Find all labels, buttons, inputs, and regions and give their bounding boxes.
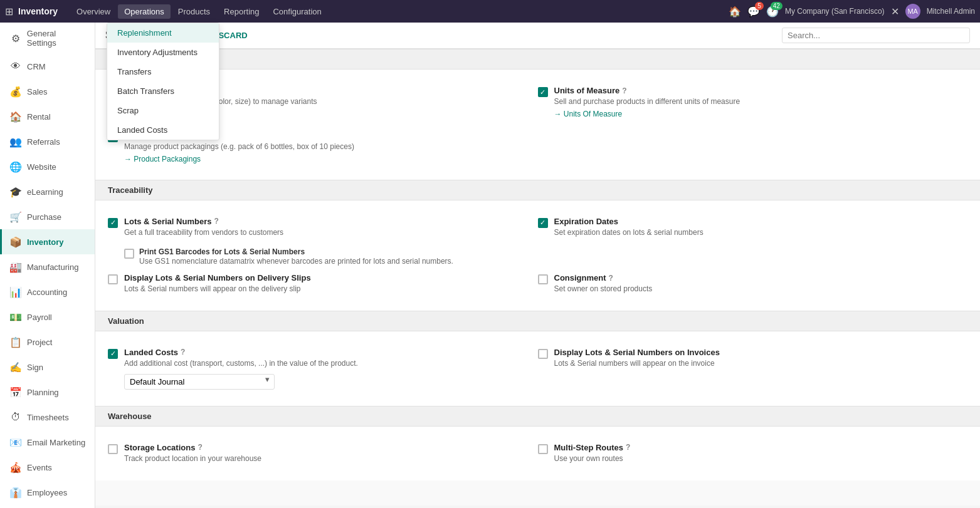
operations-dropdown: Replenishment Inventory Adjustments Tran… <box>107 23 219 140</box>
website-icon: 🌐 <box>9 160 22 173</box>
sidebar-item-timesheets[interactable]: ⏱ Timesheets <box>0 405 95 430</box>
gear-icon: ⚙ <box>9 32 22 44</box>
consignment-help-icon[interactable]: ? <box>609 274 613 283</box>
lots-serial-checkbox[interactable] <box>108 218 118 228</box>
sidebar-item-rental[interactable]: 🏠 Rental <box>0 104 95 129</box>
setting-lots-invoices: Display Lots & Serial Numbers on Invoice… <box>538 341 968 375</box>
lots-delivery-text: Display Lots & Serial Numbers on Deliver… <box>124 273 311 294</box>
nav-products[interactable]: Products <box>172 4 216 19</box>
warehouse-section: Storage Locations ? Track product locati… <box>95 427 980 480</box>
referrals-icon: 👥 <box>9 135 22 148</box>
events-icon: 🎪 <box>9 461 22 474</box>
consignment-label: Consignment <box>554 273 606 283</box>
lots-delivery-checkbox[interactable] <box>108 274 118 284</box>
home-icon[interactable]: 🏠 <box>729 6 741 18</box>
lots-delivery-desc: Lots & Serial numbers will appear on the… <box>124 284 311 294</box>
sidebar-item-accounting[interactable]: 📊 Accounting <box>0 279 95 304</box>
sidebar-item-purchase[interactable]: 🛒 Purchase <box>0 204 95 229</box>
multi-step-routes-help-icon[interactable]: ? <box>626 443 630 452</box>
email-marketing-icon: 📧 <box>9 436 22 448</box>
username[interactable]: Mitchell Admin <box>927 7 975 16</box>
sidebar-item-employees[interactable]: 👔 Employees <box>0 480 95 505</box>
activities-icon[interactable]: 🕐 42 <box>766 6 779 18</box>
setting-product-packagings: Product Packagings ? Manage product pack… <box>108 125 967 170</box>
dropdown-item-transfers[interactable]: Transfers <box>107 62 219 81</box>
sidebar-item-elearning[interactable]: 🎓 eLearning <box>0 179 95 204</box>
setting-lots-delivery: Display Lots & Serial Numbers on Deliver… <box>108 267 538 301</box>
company-name[interactable]: My Company (San Francisco) <box>785 7 885 16</box>
storage-locations-label: Storage Locations <box>124 443 195 452</box>
landed-costs-help-icon[interactable]: ? <box>181 348 185 356</box>
sidebar-item-planning[interactable]: 📅 Planning <box>0 380 95 405</box>
multi-step-routes-desc: Use your own routes <box>554 454 631 464</box>
setting-units-of-measure: Units of Measure ? Sell and purchase pro… <box>538 80 968 125</box>
print-gs1-label: Print GS1 Barcodes for Lots & Serial Num… <box>139 247 453 256</box>
print-gs1-text: Print GS1 Barcodes for Lots & Serial Num… <box>139 247 453 267</box>
avatar[interactable]: MA <box>905 4 920 19</box>
units-of-measure-text: Units of Measure ? Sell and purchase pro… <box>554 86 740 118</box>
landed-costs-desc: Add additional cost (transport, customs,… <box>124 358 358 369</box>
landed-costs-checkbox[interactable] <box>108 349 118 359</box>
nav-operations[interactable]: Operations <box>118 4 171 19</box>
expiration-dates-checkbox[interactable] <box>538 218 548 228</box>
project-icon: 📋 <box>9 336 22 348</box>
close-icon[interactable]: ✕ <box>891 6 899 18</box>
sidebar-item-website[interactable]: 🌐 Website <box>0 154 95 179</box>
nav-menu: Overview Operations Products Reporting C… <box>70 4 729 19</box>
dropdown-item-batch-transfers[interactable]: Batch Transfers <box>107 81 219 101</box>
apps-icon[interactable]: ⊞ <box>5 6 13 18</box>
nav-overview[interactable]: Overview <box>70 4 117 19</box>
messages-icon[interactable]: 💬 5 <box>747 6 760 18</box>
consignment-checkbox[interactable] <box>538 274 548 284</box>
lots-invoices-label: Display Lots & Serial Numbers on Invoice… <box>554 348 720 357</box>
lots-serial-desc: Get a full traceability from vendors to … <box>124 227 283 238</box>
default-journal-select[interactable]: Default Journal <box>124 374 275 390</box>
section-header-warehouse: Warehouse <box>95 406 980 427</box>
elearning-icon: 🎓 <box>9 185 22 198</box>
sign-icon: ✍ <box>9 361 22 373</box>
multi-step-routes-checkbox[interactable] <box>538 444 548 454</box>
units-of-measure-link[interactable]: Units Of Measure <box>554 110 623 118</box>
lots-serial-help-icon[interactable]: ? <box>214 217 218 225</box>
lots-serial-label: Lots & Serial Numbers <box>124 217 211 226</box>
sidebar-item-referrals[interactable]: 👥 Referrals <box>0 129 95 154</box>
nav-configuration[interactable]: Configuration <box>266 4 327 19</box>
sidebar-item-sales[interactable]: 💰 Sales <box>0 79 95 104</box>
sidebar-item-sign[interactable]: ✍ Sign <box>0 355 95 380</box>
purchase-icon: 🛒 <box>9 210 22 223</box>
print-gs1-checkbox[interactable] <box>124 249 134 259</box>
search-input[interactable] <box>782 28 970 43</box>
sidebar-item-email-marketing[interactable]: 📧 Email Marketing <box>0 430 95 455</box>
setting-expiration-dates: Expiration Dates Set expiration dates on… <box>538 210 968 244</box>
sidebar-item-appraisal[interactable]: ⭐ Appraisal <box>0 505 95 508</box>
product-packagings-link[interactable]: Product Packagings <box>124 155 201 163</box>
storage-locations-checkbox[interactable] <box>108 444 118 454</box>
sidebar-item-manufacturing[interactable]: 🏭 Manufacturing <box>0 254 95 279</box>
nav-reporting[interactable]: Reporting <box>218 4 265 19</box>
employees-icon: 👔 <box>9 486 22 499</box>
dropdown-item-replenishment[interactable]: Replenishment <box>107 23 219 43</box>
lots-invoices-checkbox[interactable] <box>538 349 548 359</box>
crm-icon: 👁 <box>9 60 22 73</box>
journal-select-wrapper: Default Journal <box>124 369 275 390</box>
consignment-text: Consignment ? Set owner on stored produc… <box>554 273 653 294</box>
sidebar-item-project[interactable]: 📋 Project <box>0 329 95 355</box>
sidebar-item-inventory[interactable]: 📦 Inventory <box>0 229 95 254</box>
sub-setting-print-gs1: Print GS1 Barcodes for Lots & Serial Num… <box>108 244 538 267</box>
dropdown-item-scrap[interactable]: Scrap <box>107 101 219 120</box>
units-of-measure-help-icon[interactable]: ? <box>622 86 626 95</box>
sidebar-item-events[interactable]: 🎪 Events <box>0 455 95 480</box>
messages-badge: 5 <box>755 2 764 10</box>
units-of-measure-checkbox[interactable] <box>538 87 548 97</box>
sidebar-item-general-settings[interactable]: ⚙ General Settings <box>0 23 95 54</box>
sidebar-item-crm[interactable]: 👁 CRM <box>0 54 95 79</box>
dropdown-item-inventory-adjustments[interactable]: Inventory Adjustments <box>107 43 219 62</box>
accounting-icon: 📊 <box>9 286 22 298</box>
dropdown-item-landed-costs[interactable]: Landed Costs <box>107 120 219 140</box>
section-header-traceability: Traceability <box>95 180 980 200</box>
app-name[interactable]: Inventory <box>18 6 58 16</box>
setting-lots-serial: Lots & Serial Numbers ? Get a full trace… <box>108 210 538 244</box>
sidebar-item-payroll[interactable]: 💵 Payroll <box>0 304 95 329</box>
storage-locations-help-icon[interactable]: ? <box>198 443 202 452</box>
sales-icon: 💰 <box>9 85 22 98</box>
